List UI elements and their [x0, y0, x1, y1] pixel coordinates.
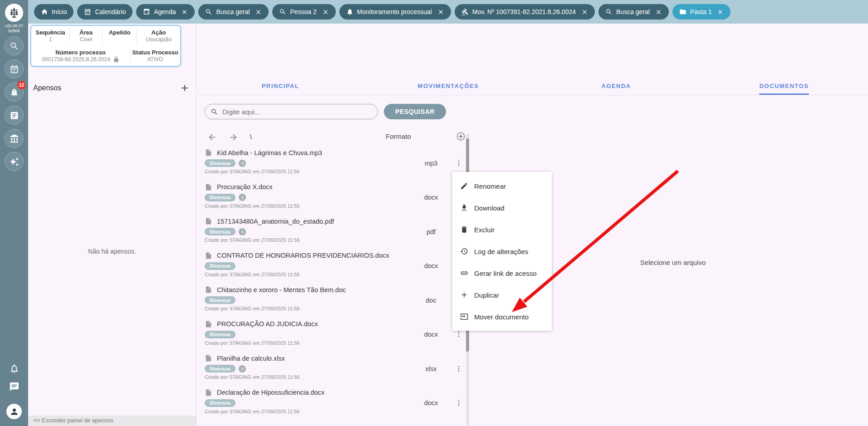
sidebar-button-sparkles[interactable] — [5, 152, 24, 171]
search-icon — [211, 108, 218, 116]
folder-icon — [679, 8, 687, 15]
sidebar-button-search[interactable] — [5, 36, 24, 55]
sidebar-button-calendar[interactable] — [5, 59, 24, 78]
menu-item-duplicar[interactable]: Duplicar — [452, 284, 552, 306]
topbar-tabs: InícioCalendárioAgendaBusca geralPessoa … — [34, 4, 731, 20]
tab-label: Calendário — [95, 8, 126, 15]
file-icon — [205, 286, 212, 294]
file-row[interactable]: Declaração de Hipossuficiencia.docxDiver… — [196, 386, 464, 421]
tab-documentos[interactable]: DOCUMENTOS — [700, 77, 868, 95]
field-label: Status Processo — [132, 49, 178, 56]
menu-item-download[interactable]: Download — [452, 197, 552, 219]
file-format: docx — [415, 194, 447, 201]
file-format: doc — [415, 297, 447, 304]
history-icon — [460, 247, 468, 255]
topbar-tab-busca-geral[interactable]: Busca geral — [198, 4, 269, 20]
menu-item-log-de-altera-es[interactable]: Log de alterações — [452, 240, 552, 262]
file-row[interactable]: 1571343480A_anatomia_do_estado.pdfDivers… — [196, 215, 464, 249]
tab-principal[interactable]: PRINCIPAL — [196, 77, 364, 95]
sidebar-button-notifications[interactable]: 12 — [5, 83, 24, 102]
chat-icon — [9, 382, 20, 392]
trash-icon — [460, 225, 468, 234]
close-icon[interactable] — [255, 9, 262, 15]
search-row: PESQUISAR — [205, 104, 446, 119]
kebab-menu-icon[interactable] — [454, 330, 463, 339]
kebab-menu-icon[interactable] — [454, 364, 463, 373]
field-apelido: Apelido — [102, 28, 137, 44]
close-icon[interactable] — [437, 9, 444, 15]
hide-apensos-panel-button[interactable]: << Esconder painel de apensos — [28, 416, 196, 426]
status-s-badge: s — [239, 365, 246, 372]
sidebar-button-bank[interactable] — [5, 129, 24, 148]
sidebar-button-article[interactable] — [5, 106, 24, 125]
link-icon — [460, 269, 468, 277]
folder-nav-row: \ — [207, 132, 252, 142]
apensos-title: Apensos — [33, 84, 61, 92]
file-meta: Criado por STAGING em 27/09/2025 11:56 — [205, 306, 464, 311]
category-badge: Diversos — [205, 194, 235, 201]
topbar-tab-mov-n-1007391-82-2021-8-26-0024[interactable]: Mov. Nº 1007391-82.2021.8.26.0024 — [455, 4, 595, 20]
file-icon — [205, 183, 212, 191]
file-icon — [205, 320, 212, 328]
forward-arrow-icon[interactable] — [229, 132, 238, 142]
kebab-menu-icon[interactable] — [454, 398, 463, 407]
tab-label: Início — [52, 8, 67, 15]
tab-label: Monitoramento processual — [357, 8, 432, 15]
lock-icon — [113, 56, 119, 63]
field-label: Apelido — [109, 29, 131, 36]
menu-item-excluir[interactable]: Excluir — [452, 219, 552, 240]
field-value: 1 — [49, 36, 52, 43]
bell-icon — [9, 363, 20, 374]
close-icon[interactable] — [181, 9, 188, 15]
back-arrow-icon[interactable] — [207, 132, 217, 142]
kebab-menu-icon[interactable] — [454, 159, 463, 168]
topbar-tab-monitoramento-processual[interactable]: Monitoramento processual — [339, 4, 451, 20]
move-document-icon — [460, 313, 468, 321]
file-name: 1571343480A_anatomia_do_estado.pdf — [217, 218, 334, 225]
file-row[interactable]: CONTRATO DE HONORARIOS PREVIDENCIARIOS.d… — [196, 249, 464, 284]
file-meta: Criado por STAGING em 27/09/2025 11:56 — [205, 237, 464, 243]
menu-item-gerar-link-de-acesso[interactable]: Gerar link de acesso — [452, 262, 552, 284]
search-icon — [605, 8, 613, 15]
close-icon[interactable] — [322, 9, 329, 15]
file-icon — [205, 354, 212, 362]
add-document-button[interactable] — [456, 132, 466, 141]
close-icon[interactable] — [717, 9, 724, 15]
sidebar-chat-button[interactable] — [0, 382, 28, 392]
document-search-input[interactable] — [222, 108, 372, 116]
close-icon[interactable] — [655, 9, 662, 15]
tab-agenda[interactable]: AGENDA — [532, 77, 700, 95]
file-name: CONTRATO DE HONORARIOS PREVIDENCIARIOS.d… — [217, 252, 389, 259]
search-button[interactable]: PESQUISAR — [384, 104, 446, 119]
file-row[interactable]: PROCURAÇÃO AD JUDICIA.docxDiversosCriado… — [196, 318, 464, 352]
user-avatar[interactable] — [6, 404, 22, 419]
search-icon — [10, 41, 19, 51]
main-tabs: PRINCIPALMOVIMENTAÇÕESAGENDADOCUMENTOS — [196, 77, 868, 95]
file-row[interactable]: Kid Abelha - Lágrimas e Chuva.mp3Diverso… — [196, 146, 464, 181]
sidebar-bell-button[interactable] — [0, 363, 28, 374]
menu-item-renomear[interactable]: Renomear — [452, 175, 552, 197]
file-format: mp3 — [415, 160, 447, 167]
topbar-tab-agenda[interactable]: Agenda — [136, 4, 195, 20]
file-meta: Criado por STAGING em 27/09/2025 11:56 — [205, 340, 464, 346]
topbar-tab-pasta-1[interactable]: Pasta 1 — [672, 4, 731, 20]
topbar-tab-calend-rio[interactable]: Calendário — [77, 4, 132, 20]
gavel-icon — [461, 8, 469, 15]
tab-label: Busca geral — [216, 8, 250, 15]
file-row[interactable]: Procuração X.docxDiversossCriado por STA… — [196, 181, 464, 215]
file-row[interactable]: Chitaozinho e xororo - Mentes Tão Bem.do… — [196, 283, 464, 318]
menu-item-label: Download — [474, 204, 505, 212]
tab-movimenta-es[interactable]: MOVIMENTAÇÕES — [364, 77, 532, 95]
file-row[interactable]: Planilha de calculo.xlsxDiversossCriado … — [196, 352, 464, 386]
close-icon[interactable] — [581, 9, 588, 15]
field-area: Área Cível — [69, 28, 102, 44]
add-apenso-button[interactable] — [180, 83, 190, 93]
topbar-tab-pessoa-2[interactable]: Pessoa 2 — [272, 4, 335, 20]
file-icon — [205, 252, 212, 260]
file-name: Procuração X.docx — [217, 183, 273, 191]
current-path: \ — [250, 133, 252, 141]
search-icon — [205, 8, 212, 15]
menu-item-mover-documento[interactable]: Mover documento — [452, 306, 552, 328]
topbar-tab-in-cio[interactable]: Início — [34, 4, 74, 20]
topbar-tab-busca-geral[interactable]: Busca geral — [598, 4, 669, 20]
